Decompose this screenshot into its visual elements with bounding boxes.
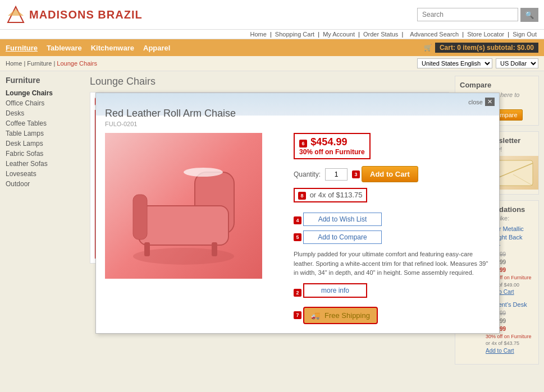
nav-account[interactable]: My Account	[323, 31, 355, 38]
nav-links: Home | Shopping Cart | My Account | Orde…	[0, 30, 544, 39]
nav-advanced-search-link[interactable]: Advanced Search	[410, 31, 459, 38]
compare-section: 5 Add to Compare	[294, 230, 490, 244]
site-name: MADISONS BRAZIL	[29, 8, 143, 21]
rec-add-2[interactable]: Add to Cart	[486, 348, 514, 354]
compare-title: Compare	[460, 81, 534, 89]
cart-info[interactable]: 🛒 Cart: 0 item(s) subtotal: $0.00	[424, 43, 538, 53]
popup-price-section: 6 $454.99 30% off on Furniture	[294, 133, 490, 162]
annotation-5: 5	[294, 233, 301, 241]
rec-disc-2: 30% off on Furniture	[486, 333, 531, 340]
popup-add-to-cart-button[interactable]: Add to Cart	[362, 166, 418, 182]
svg-rect-12	[212, 242, 217, 256]
sidebar-item-desk-lamps[interactable]: Desk Lamps	[6, 139, 84, 149]
annotation-3: 3	[352, 170, 360, 178]
logo-icon	[6, 4, 26, 25]
popup-free-shipping-section: 7 🚚 Free Shipping	[294, 307, 490, 324]
search-button[interactable]: 🔍	[520, 8, 538, 22]
nav-home[interactable]: Home	[250, 31, 267, 38]
nav-orders[interactable]: Order Status	[363, 31, 398, 38]
sidebar-item-desks[interactable]: Desks	[6, 108, 84, 118]
wishlist-section: 4 Add to Wish List	[294, 213, 490, 228]
popup-product-name: Red Leather Roll Arm Chaise	[105, 108, 490, 119]
breadcrumb: Home | Furniture | Lounge Chairs	[6, 60, 97, 67]
breadcrumb-home[interactable]: Home	[6, 60, 22, 67]
product-popup: close ✕ Red Leather Roll Arm Chaise FULO…	[95, 93, 500, 334]
annotation-4: 4	[294, 216, 301, 224]
cart-badge: Cart: 0 item(s) subtotal: $0.00	[435, 43, 538, 53]
popup-discount-label: 30% off on Furniture	[299, 148, 365, 156]
content-area: Lounge Chairs 1 Displaying	[90, 76, 449, 365]
svg-marker-1	[8, 9, 24, 16]
sidebar-item-table-lamps[interactable]: Table Lamps	[6, 128, 84, 139]
popup-installment-box: 8 or 4x of $113.75	[294, 188, 367, 202]
popup-product-image	[105, 133, 262, 279]
sidebar-item-coffee-tables[interactable]: Coffee Tables	[6, 118, 84, 128]
popup-quantity-label: Quantity:	[294, 170, 321, 178]
sidebar-item-loveseats[interactable]: Loveseats	[6, 169, 84, 179]
svg-point-13	[184, 168, 223, 177]
breadcrumb-current: Lounge Chairs	[57, 60, 97, 67]
popup-installment-section: 8 or 4x of $113.75	[294, 188, 490, 208]
sidebar-item-office-chairs[interactable]: Office Chairs	[6, 98, 84, 108]
breadcrumb-furniture[interactable]: Furniture	[27, 60, 52, 67]
language-select[interactable]: United States English	[417, 58, 492, 68]
category-nav: Furniture Tableware Kitchenware Apparel …	[0, 39, 544, 56]
nav-store-locator[interactable]: Store Locator	[467, 31, 504, 38]
popup-installment-label: or 4x of $113.75	[310, 191, 363, 199]
popup-truck-icon: 🚚	[311, 311, 320, 320]
cat-kitchenware[interactable]: Kitchenware	[91, 44, 134, 52]
sidebar-title: Furniture	[6, 76, 84, 85]
svg-rect-10	[133, 195, 147, 239]
annotation-6: 6	[299, 140, 307, 147]
add-cart-wrapper: 3 Add to Cart	[352, 166, 418, 182]
sidebar-item-leather-sofas[interactable]: Leather Sofas	[6, 159, 84, 169]
cart-icon: 🛒	[424, 44, 432, 52]
popup-quantity-input[interactable]	[325, 168, 348, 181]
svg-rect-11	[144, 242, 150, 256]
logo[interactable]: MADISONS BRAZIL	[6, 4, 143, 25]
cat-apparel[interactable]: Apparel	[143, 44, 170, 52]
annotation-8: 8	[298, 192, 306, 200]
popup-price: $454.99	[310, 136, 347, 147]
currency-select[interactable]: US Dollar	[496, 58, 538, 68]
sidebar-menu: Lounge Chairs Office Chairs Desks Coffee…	[6, 88, 84, 189]
more-info-section: 2 more info	[294, 283, 490, 302]
breadcrumb-row: Home | Furniture | Lounge Chairs United …	[0, 56, 544, 71]
sidebar-item-lounge-chairs[interactable]: Lounge Chairs	[6, 88, 84, 98]
annotation-7: 7	[294, 311, 301, 319]
popup-chair-svg	[116, 139, 251, 273]
popup-wishlist-button[interactable]: Add to Wish List	[303, 213, 382, 226]
popup-free-shipping-label: Free Shipping	[324, 311, 370, 320]
sidebar-item-fabric-sofas[interactable]: Fabric Sofas	[6, 149, 84, 159]
page-title: Lounge Chairs	[90, 76, 449, 87]
popup-compare-button[interactable]: Add to Compare	[303, 230, 382, 244]
page-header: MADISONS BRAZIL 🔍	[0, 0, 544, 30]
left-sidebar: Furniture Lounge Chairs Office Chairs De…	[6, 76, 90, 365]
popup-image-area	[105, 133, 285, 324]
popup-content: Red Leather Roll Arm Chaise FULO-0201	[105, 102, 490, 324]
popup-price-box: 6 $454.99 30% off on Furniture	[294, 133, 371, 159]
search-area: 🔍	[417, 8, 538, 22]
nav-sign-out[interactable]: Sign Out	[513, 31, 537, 38]
popup-free-shipping-button[interactable]: 🚚 Free Shipping	[303, 307, 378, 324]
popup-quantity-row: Quantity: 3 Add to Cart	[294, 166, 490, 182]
cat-furniture[interactable]: Furniture	[6, 44, 38, 52]
popup-more-info-link[interactable]: more info	[303, 283, 367, 298]
popup-body: 6 $454.99 30% off on Furniture Quantity:…	[105, 133, 490, 324]
nav-cart[interactable]: Shopping Cart	[275, 31, 314, 38]
cat-tableware[interactable]: Tableware	[47, 44, 82, 52]
popup-sku: FULO-0201	[105, 121, 490, 127]
svg-rect-9	[139, 206, 228, 245]
rec-install-2: or 4x of $43.75	[486, 340, 531, 347]
main-layout: Furniture Lounge Chairs Office Chairs De…	[0, 71, 544, 369]
popup-details: 6 $454.99 30% off on Furniture Quantity:…	[294, 133, 490, 324]
sidebar-item-outdoor[interactable]: Outdoor	[6, 179, 84, 189]
locale-area: United States English US Dollar	[417, 58, 538, 68]
search-input[interactable]	[417, 8, 518, 21]
category-nav-items: Furniture Tableware Kitchenware Apparel	[6, 44, 170, 52]
annotation-2: 2	[294, 289, 301, 297]
popup-description: Plumply padded for your ultimate comfort…	[294, 250, 490, 278]
